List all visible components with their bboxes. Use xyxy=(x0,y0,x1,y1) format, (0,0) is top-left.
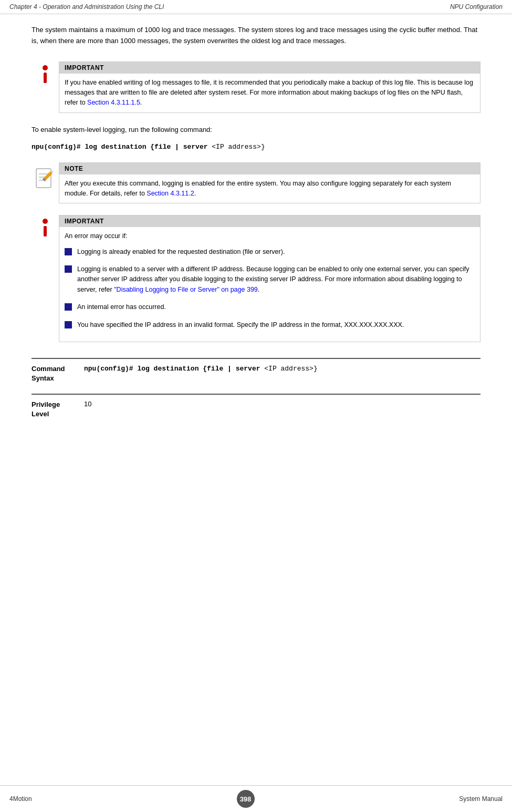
important-title-1: IMPORTANT xyxy=(59,62,480,74)
bullet-square-4 xyxy=(65,321,72,328)
privilege-level-row: PrivilegeLevel 10 xyxy=(32,394,480,429)
cmd-normal-ip: <IP address>} xyxy=(207,143,265,151)
important-body-1: IMPORTANT If you have enabled writing of… xyxy=(59,61,480,113)
section-link-2[interactable]: Section 4.3.11.2 xyxy=(147,190,194,197)
page-footer: 4Motion 398 System Manual xyxy=(0,785,512,812)
important-icon-1 xyxy=(32,61,59,86)
svg-rect-10 xyxy=(44,226,47,237)
svg-rect-1 xyxy=(44,73,47,83)
bullet-text-4: You have specified the IP address in an … xyxy=(77,320,404,330)
list-item-2: Logging is enabled to a server with a di… xyxy=(65,264,475,295)
footer-page-number: 398 xyxy=(237,790,255,808)
bullet-text-2: Logging is enabled to a server with a di… xyxy=(77,264,475,295)
header-right: NPU Configuration xyxy=(450,3,503,11)
cmd-bold-1: npu(config)# log destination { xyxy=(32,143,154,151)
bullet-square-1 xyxy=(65,248,72,255)
note-text-content: After you execute this command, logging … xyxy=(65,180,451,197)
info-icon-2 xyxy=(39,217,51,239)
intro-paragraph: The system maintains a maximum of 1000 l… xyxy=(32,25,480,47)
cmd-pipe: | xyxy=(171,143,183,151)
command-syntax-label: CommandSyntax xyxy=(32,364,84,394)
notepad-icon xyxy=(34,165,56,192)
section-link-1[interactable]: Section 4.3.11.1.5 xyxy=(87,99,140,106)
header-left: Chapter 4 - Operation and Administration… xyxy=(9,3,164,11)
list-item-1: Logging is already enabled for the reque… xyxy=(65,247,475,257)
note-title-1: NOTE xyxy=(59,163,480,174)
note-block-1: NOTE After you execute this command, log… xyxy=(32,162,480,204)
list-item-4: You have specified the IP address in an … xyxy=(65,320,475,330)
privilege-level-value: 10 xyxy=(84,400,480,429)
bullet-text-3: An internal error has occurred. xyxy=(77,302,166,312)
cmd-syntax-server: server xyxy=(236,365,260,373)
command-syntax-row: CommandSyntax npu(config)# log destinati… xyxy=(32,358,480,394)
bullet-text-1: Logging is already enabled for the reque… xyxy=(77,247,285,257)
bullet-list: Logging is already enabled for the reque… xyxy=(65,247,475,330)
cmd-syntax-file: file xyxy=(207,365,223,373)
important-block-2: IMPORTANT An error may occur if: Logging… xyxy=(32,215,480,342)
privilege-level-label: PrivilegeLevel xyxy=(32,400,84,429)
footer-left: 4Motion xyxy=(9,795,32,803)
cmd-bold-file: file xyxy=(154,143,171,151)
main-content: The system maintains a maximum of 1000 l… xyxy=(0,14,512,440)
note-text-1: After you execute this command, logging … xyxy=(59,174,480,203)
cmd-syntax-pipe: | xyxy=(223,365,235,373)
disabling-link[interactable]: "Disabling Logging to File or Server" on… xyxy=(114,286,258,293)
important-icon-2 xyxy=(32,215,59,239)
enable-text: To enable system-level logging, run the … xyxy=(32,125,480,136)
cmd-bold-server: server xyxy=(183,143,208,151)
note-icon-1 xyxy=(32,162,59,192)
bullet-square-2 xyxy=(65,265,72,273)
important-title-2: IMPORTANT xyxy=(59,215,480,227)
footer-right: System Manual xyxy=(459,795,503,803)
important-text-1: If you have enabled writing of log messa… xyxy=(59,74,480,112)
bullet-square-3 xyxy=(65,303,72,311)
important-block-1: IMPORTANT If you have enabled writing of… xyxy=(32,61,480,113)
command-block-1: npu(config)# log destination {file | ser… xyxy=(32,143,480,151)
cmd-syntax-ip: <IP address>} xyxy=(260,365,317,373)
page-header: Chapter 4 - Operation and Administration… xyxy=(0,0,512,14)
important-intro-2: An error may occur if: xyxy=(65,231,475,241)
note-body-1: NOTE After you execute this command, log… xyxy=(59,162,480,204)
command-syntax-value: npu(config)# log destination {file | ser… xyxy=(84,364,480,394)
svg-point-0 xyxy=(43,65,48,70)
important-body-2: IMPORTANT An error may occur if: Logging… xyxy=(59,215,480,342)
info-icon-1 xyxy=(39,64,51,86)
list-item-3: An internal error has occurred. xyxy=(65,302,475,312)
svg-point-9 xyxy=(43,219,48,224)
bottom-table: CommandSyntax npu(config)# log destinati… xyxy=(32,358,480,430)
important-text-2: An error may occur if: Logging is alread… xyxy=(59,227,480,342)
cmd-syntax-bold: npu(config)# log destination { xyxy=(84,365,207,373)
